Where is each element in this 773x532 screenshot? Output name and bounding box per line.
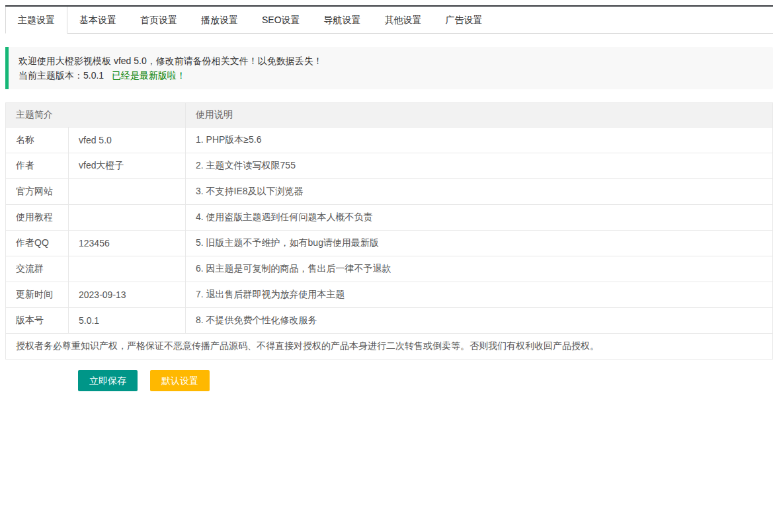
row-value: 123456 bbox=[69, 231, 186, 256]
license-notice: 授权者务必尊重知识产权，严格保证不恶意传播产品源码、不得直接对授权的产品本身进行… bbox=[6, 334, 773, 360]
table-row: 作者QQ 123456 5. 旧版主题不予维护，如有bug请使用最新版 bbox=[6, 231, 773, 256]
row-note: 7. 退出售后群即视为放弃使用本主题 bbox=[186, 282, 773, 308]
table-row: 使用教程 4. 使用盗版主题遇到任何问题本人概不负责 bbox=[6, 205, 773, 231]
row-label: 官方网站 bbox=[6, 179, 69, 205]
welcome-notice-box: 欢迎使用大橙影视模板 vfed 5.0，修改前请备份相关文件！以免数据丢失！ 当… bbox=[5, 47, 773, 89]
table-row: 更新时间 2023-09-13 7. 退出售后群即视为放弃使用本主题 bbox=[6, 282, 773, 308]
table-row: 版本号 5.0.1 8. 不提供免费个性化修改服务 bbox=[6, 308, 773, 334]
row-value: vfed 5.0 bbox=[69, 128, 186, 153]
row-value bbox=[69, 179, 186, 205]
column-header-theme-intro: 主题简介 bbox=[6, 103, 186, 128]
table-row: 作者 vfed大橙子 2. 主题文件读写权限755 bbox=[6, 153, 773, 179]
column-header-usage-notes: 使用说明 bbox=[186, 103, 773, 128]
tab-nav-settings[interactable]: 导航设置 bbox=[312, 7, 373, 33]
row-label: 交流群 bbox=[6, 256, 69, 282]
notice-line-backup: 欢迎使用大橙影视模板 vfed 5.0，修改前请备份相关文件！以免数据丢失！ bbox=[19, 54, 763, 68]
row-label: 版本号 bbox=[6, 308, 69, 334]
table-footer-row: 授权者务必尊重知识产权，严格保证不恶意传播产品源码、不得直接对授权的产品本身进行… bbox=[6, 334, 773, 360]
tab-theme-settings[interactable]: 主题设置 bbox=[5, 7, 67, 34]
row-label: 作者QQ bbox=[6, 231, 69, 256]
latest-version-text: 已经是最新版啦！ bbox=[112, 70, 186, 81]
tab-home-settings[interactable]: 首页设置 bbox=[128, 7, 189, 33]
table-row: 官方网站 3. 不支持IE8及以下浏览器 bbox=[6, 179, 773, 205]
row-note: 3. 不支持IE8及以下浏览器 bbox=[186, 179, 773, 205]
table-header-row: 主题简介 使用说明 bbox=[6, 103, 773, 128]
row-value bbox=[69, 205, 186, 231]
save-button[interactable]: 立即保存 bbox=[78, 370, 138, 391]
tab-other-settings[interactable]: 其他设置 bbox=[373, 7, 434, 33]
row-label: 名称 bbox=[6, 128, 69, 153]
table-row: 名称 vfed 5.0 1. PHP版本≥5.6 bbox=[6, 128, 773, 153]
row-value: 5.0.1 bbox=[69, 308, 186, 334]
row-label: 更新时间 bbox=[6, 282, 69, 308]
row-note: 5. 旧版主题不予维护，如有bug请使用最新版 bbox=[186, 231, 773, 256]
table-row: 交流群 6. 因主题是可复制的商品，售出后一律不予退款 bbox=[6, 256, 773, 282]
row-value bbox=[69, 256, 186, 282]
row-value: vfed大橙子 bbox=[69, 153, 186, 179]
current-version-text: 当前主题版本：5.0.1 bbox=[19, 70, 104, 81]
notice-line-version: 当前主题版本：5.0.1 已经是最新版啦！ bbox=[19, 68, 763, 83]
row-note: 1. PHP版本≥5.6 bbox=[186, 128, 773, 153]
theme-settings-page: 主题设置 基本设置 首页设置 播放设置 SEO设置 导航设置 其他设置 广告设置… bbox=[0, 0, 773, 532]
row-label: 使用教程 bbox=[6, 205, 69, 231]
row-note: 2. 主题文件读写权限755 bbox=[186, 153, 773, 179]
settings-tab-bar: 主题设置 基本设置 首页设置 播放设置 SEO设置 导航设置 其他设置 广告设置 bbox=[5, 5, 773, 34]
row-label: 作者 bbox=[6, 153, 69, 179]
row-note: 6. 因主题是可复制的商品，售出后一律不予退款 bbox=[186, 256, 773, 282]
row-value: 2023-09-13 bbox=[69, 282, 186, 308]
row-note: 8. 不提供免费个性化修改服务 bbox=[186, 308, 773, 334]
tab-ad-settings[interactable]: 广告设置 bbox=[434, 7, 495, 33]
tab-play-settings[interactable]: 播放设置 bbox=[189, 7, 250, 33]
row-note: 4. 使用盗版主题遇到任何问题本人概不负责 bbox=[186, 205, 773, 231]
tab-basic-settings[interactable]: 基本设置 bbox=[67, 7, 128, 33]
theme-info-table: 主题简介 使用说明 名称 vfed 5.0 1. PHP版本≥5.6 作者 vf… bbox=[5, 102, 773, 360]
form-actions: 立即保存 默认设置 bbox=[78, 370, 773, 391]
reset-defaults-button[interactable]: 默认设置 bbox=[150, 370, 210, 391]
tab-seo-settings[interactable]: SEO设置 bbox=[250, 7, 312, 33]
